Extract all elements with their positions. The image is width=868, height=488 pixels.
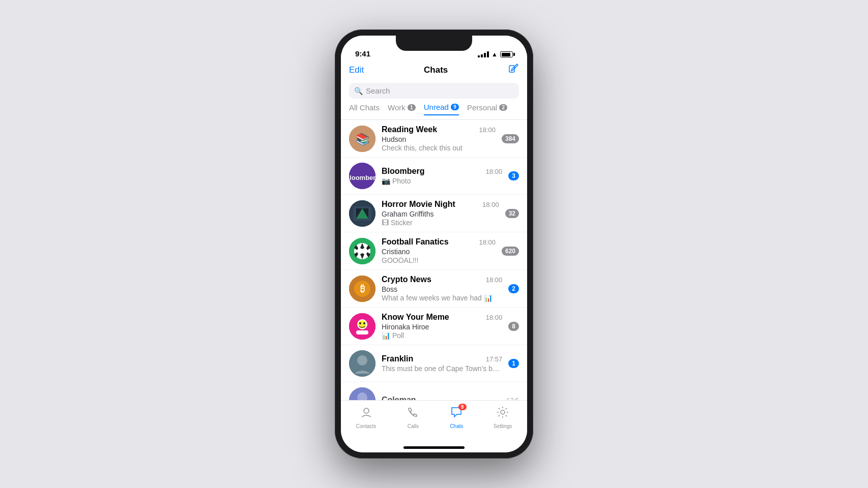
svg-point-23 — [359, 322, 361, 324]
home-bar — [403, 446, 465, 449]
list-item[interactable]: ₿ Crypto News 18:00 Boss What a few week… — [341, 270, 527, 308]
settings-icon — [496, 406, 509, 422]
tab-unread-badge: 9 — [451, 104, 459, 110]
svg-text:📚: 📚 — [356, 132, 370, 146]
list-item[interactable]: Know Your Meme 18:00 Hironaka Hiroe 📊 Po… — [341, 308, 527, 345]
chat-content: Franklin 17:57 This must be one of Cape … — [382, 354, 502, 373]
chat-content: Know Your Meme 18:00 Hironaka Hiroe 📊 Po… — [382, 313, 502, 340]
tab-bar-settings[interactable]: Settings — [494, 406, 512, 429]
chat-meta: 32 — [505, 209, 519, 218]
chat-content: Football Fanatics 18:00 Cristiano GOOOAL… — [382, 237, 496, 264]
chat-meta: 8 — [508, 322, 519, 331]
list-item[interactable]: Horror Movie Night 18:00 Graham Griffith… — [341, 195, 527, 232]
unread-badge: 620 — [502, 247, 519, 256]
nav-bar: Edit Chats — [341, 61, 527, 81]
svg-rect-25 — [356, 330, 368, 334]
chat-content: Bloomberg 18:00 📷 Photo — [382, 167, 502, 185]
battery-icon — [500, 51, 513, 57]
chat-content: Coleman 17:5 — [382, 395, 519, 400]
chats-badge: 9 — [458, 404, 467, 410]
unread-badge: 32 — [505, 209, 519, 218]
tab-all-chats[interactable]: All Chats — [349, 103, 380, 115]
chat-meta: 2 — [508, 284, 519, 293]
avatar — [349, 313, 375, 340]
tab-bar-calls[interactable]: Calls — [407, 406, 420, 429]
svg-point-24 — [363, 322, 365, 324]
avatar — [349, 238, 375, 264]
status-icons: ▲ — [478, 51, 513, 58]
list-item[interactable]: Coleman 17:5 — [341, 382, 527, 400]
phone-screen: 9:41 ▲ Edit Chats — [341, 36, 527, 452]
status-time: 9:41 — [355, 49, 370, 58]
tab-bar-contacts[interactable]: Contacts — [356, 406, 376, 429]
tab-bar-chats[interactable]: 9 Chats — [450, 406, 463, 429]
avatar: Bloomberg — [349, 163, 375, 189]
signal-icon — [478, 51, 489, 57]
chat-list: 📚 Reading Week 18:00 Hudson Check this, … — [341, 120, 527, 400]
svg-point-30 — [364, 408, 369, 413]
unread-badge: 8 — [508, 322, 519, 331]
chat-content: Crypto News 18:00 Boss What a few weeks … — [382, 275, 502, 302]
unread-badge: 3 — [508, 171, 519, 180]
phone-frame: 9:41 ▲ Edit Chats — [335, 29, 533, 459]
unread-badge: 2 — [508, 284, 519, 293]
home-indicator — [341, 442, 527, 452]
avatar: ₿ — [349, 276, 375, 302]
tab-work[interactable]: Work 1 — [388, 103, 416, 115]
chat-meta: 3 — [508, 171, 519, 180]
tab-bar: Contacts Calls 9 Chats — [341, 400, 527, 442]
chat-meta: 384 — [502, 134, 519, 143]
avatar — [349, 387, 375, 400]
svg-text:₿: ₿ — [360, 284, 365, 294]
search-input[interactable]: Search — [366, 86, 390, 95]
avatar — [349, 350, 375, 377]
compose-button[interactable] — [508, 63, 519, 77]
avatar — [349, 200, 375, 227]
list-item[interactable]: 📚 Reading Week 18:00 Hudson Check this, … — [341, 120, 527, 158]
tab-unread[interactable]: Unread 9 — [424, 103, 459, 115]
chat-content: Reading Week 18:00 Hudson Check this, ch… — [382, 125, 496, 152]
calls-label: Calls — [408, 423, 419, 429]
contacts-label: Contacts — [356, 423, 376, 429]
edit-button[interactable]: Edit — [349, 65, 364, 75]
unread-badge: 384 — [502, 134, 519, 143]
search-bar[interactable]: 🔍 Search — [349, 83, 519, 99]
notch — [396, 36, 472, 51]
svg-point-31 — [501, 410, 505, 414]
chat-meta: 620 — [502, 247, 519, 256]
avatar: 📚 — [349, 126, 375, 152]
tab-personal[interactable]: Personal 2 — [467, 103, 507, 115]
search-icon: 🔍 — [354, 87, 363, 95]
list-item[interactable]: Football Fanatics 18:00 Cristiano GOOOAL… — [341, 232, 527, 270]
settings-label: Settings — [494, 423, 512, 429]
svg-text:Bloomberg: Bloomberg — [349, 174, 375, 181]
page-title: Chats — [424, 65, 448, 75]
chats-icon: 9 — [450, 406, 463, 422]
chat-meta: 1 — [508, 359, 519, 368]
wifi-icon: ▲ — [491, 51, 498, 58]
chats-label: Chats — [450, 423, 463, 429]
tab-work-badge: 1 — [408, 104, 416, 111]
tab-personal-badge: 2 — [499, 104, 507, 111]
filter-tabs: All Chats Work 1 Unread 9 Personal 2 — [341, 103, 527, 120]
svg-point-27 — [357, 355, 367, 365]
contacts-icon — [360, 406, 373, 422]
calls-icon — [407, 406, 420, 422]
unread-badge: 1 — [508, 359, 519, 368]
chat-content: Horror Movie Night 18:00 Graham Griffith… — [382, 200, 499, 227]
list-item[interactable]: Franklin 17:57 This must be one of Cape … — [341, 345, 527, 382]
list-item[interactable]: Bloomberg Bloomberg 18:00 📷 Photo 3 — [341, 158, 527, 195]
